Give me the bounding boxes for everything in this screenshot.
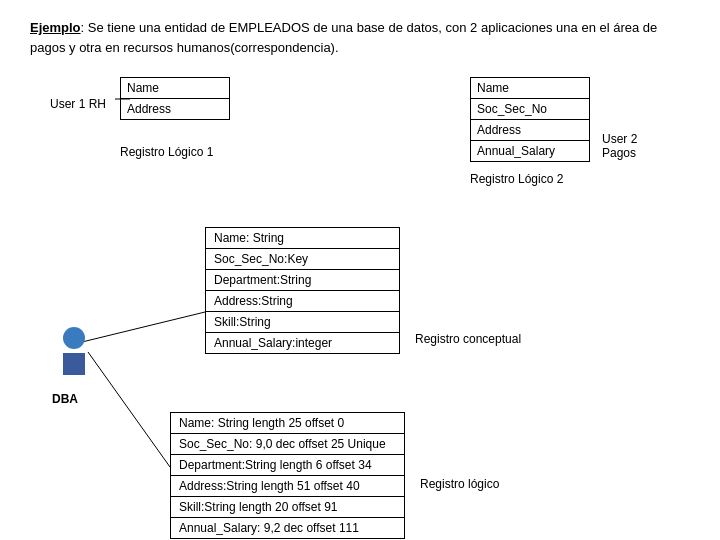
intro-text: : Se tiene una entidad de EMPLEADOS de u… bbox=[30, 20, 657, 55]
registro2-box: Name Soc_Sec_No Address Annual_Salary bbox=[470, 77, 590, 162]
physical-row-0: Name: String length 25 offset 0 bbox=[171, 413, 404, 434]
registro2-row-name: Name bbox=[471, 78, 589, 99]
conceptual-row-2: Department:String bbox=[206, 270, 399, 291]
conceptual-row-3: Address:String bbox=[206, 291, 399, 312]
registro2-row-socsec: Soc_Sec_No bbox=[471, 99, 589, 120]
dba-label: DBA bbox=[52, 392, 78, 406]
registro2-row-address: Address bbox=[471, 120, 589, 141]
conceptual-row-5: Annual_Salary:integer bbox=[206, 333, 399, 353]
person-head bbox=[63, 327, 85, 349]
registro1-row-name: Name bbox=[121, 78, 229, 99]
registro1-box: Name Address bbox=[120, 77, 230, 120]
user2-label: User 2 Pagos bbox=[602, 132, 637, 160]
svg-line-2 bbox=[82, 312, 205, 342]
conceptual-label: Registro conceptual bbox=[415, 332, 521, 346]
physical-box: Name: String length 25 offset 0 Soc_Sec_… bbox=[170, 412, 405, 539]
conceptual-row-0: Name: String bbox=[206, 228, 399, 249]
physical-row-3: Address:String length 51 offset 40 bbox=[171, 476, 404, 497]
registro1-label: Registro Lógico 1 bbox=[120, 145, 213, 159]
svg-line-1 bbox=[88, 352, 170, 467]
physical-label: Registro lógico bbox=[420, 477, 499, 491]
registro2-row-salary: Annual_Salary bbox=[471, 141, 589, 161]
conceptual-row-1: Soc_Sec_No:Key bbox=[206, 249, 399, 270]
registro1-row-address: Address bbox=[121, 99, 229, 119]
diagram-area: User 1 RH Name Address Registro Lógico 1… bbox=[30, 77, 690, 507]
user1-label: User 1 RH bbox=[50, 97, 106, 111]
conceptual-box: Name: String Soc_Sec_No:Key Department:S… bbox=[205, 227, 400, 354]
physical-row-2: Department:String length 6 offset 34 bbox=[171, 455, 404, 476]
physical-row-4: Skill:String length 20 offset 91 bbox=[171, 497, 404, 518]
registro2-label: Registro Lógico 2 bbox=[470, 172, 563, 186]
conceptual-row-4: Skill:String bbox=[206, 312, 399, 333]
person-body bbox=[63, 353, 85, 375]
person-icon bbox=[60, 327, 85, 375]
physical-row-1: Soc_Sec_No: 9,0 dec offset 25 Unique bbox=[171, 434, 404, 455]
intro-paragraph: Ejemplo: Se tiene una entidad de EMPLEAD… bbox=[30, 18, 690, 57]
physical-row-5: Annual_Salary: 9,2 dec offset 111 bbox=[171, 518, 404, 538]
intro-underline: Ejemplo bbox=[30, 20, 81, 35]
